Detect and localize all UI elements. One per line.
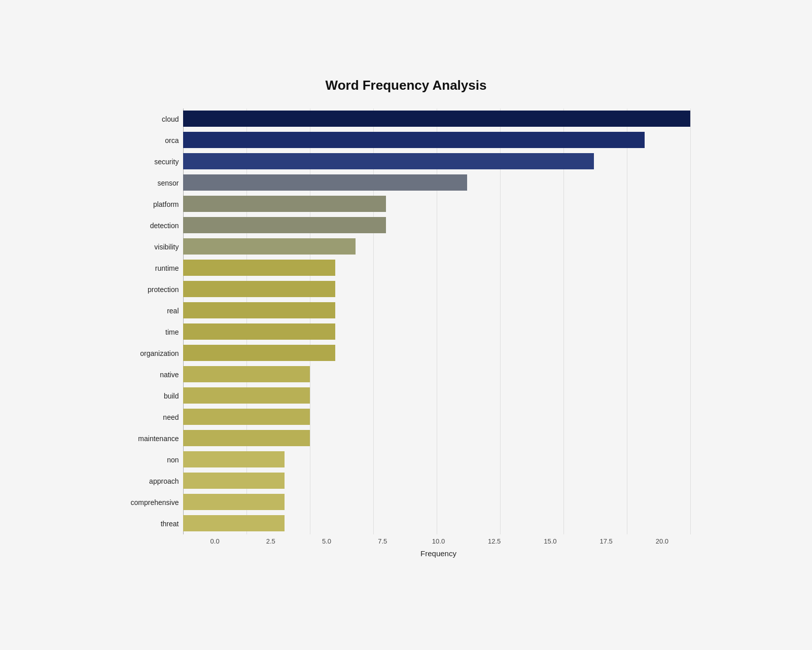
y-axis-label: security [122, 152, 179, 172]
bar-row [183, 215, 690, 235]
x-tick: 2.5 [243, 537, 299, 545]
bar-row [183, 258, 690, 278]
bar-build [183, 387, 310, 404]
y-axis-label: non [122, 450, 179, 470]
bar-protection [183, 281, 335, 297]
bar-row [183, 428, 690, 448]
y-axis-label: runtime [122, 258, 179, 278]
y-axis-label: platform [122, 194, 179, 214]
bar-maintenance [183, 430, 310, 446]
y-axis-label: sensor [122, 173, 179, 193]
x-axis-label: Frequency [187, 549, 690, 558]
bar-row [183, 364, 690, 384]
bar-row [183, 172, 690, 193]
bar-security [183, 153, 594, 169]
y-axis-label: threat [122, 514, 179, 534]
y-axis-label: native [122, 365, 179, 385]
y-axis-labels: cloudorcasecuritysensorplatformdetection… [122, 109, 183, 534]
x-axis-container: 0.02.55.07.510.012.515.017.520.0 Frequen… [187, 537, 690, 558]
bar-cloud [183, 111, 690, 127]
bar-need [183, 409, 310, 425]
grid-line [690, 109, 691, 534]
bar-approach [183, 473, 285, 489]
bar-row [183, 321, 690, 342]
y-axis-label: comprehensive [122, 492, 179, 513]
x-tick: 20.0 [634, 537, 690, 545]
bar-row [183, 130, 690, 150]
y-axis-label: organization [122, 343, 179, 364]
bar-time [183, 323, 335, 340]
y-axis-label: build [122, 386, 179, 406]
bars-wrapper [183, 109, 690, 534]
bar-row [183, 492, 690, 512]
bar-native [183, 366, 310, 382]
y-axis-label: maintenance [122, 428, 179, 449]
bar-comprehensive [183, 494, 285, 510]
x-tick: 0.0 [187, 537, 243, 545]
x-tick: 10.0 [410, 537, 466, 545]
bar-row [183, 471, 690, 491]
x-tick: 15.0 [522, 537, 578, 545]
bar-non [183, 451, 285, 467]
bar-row [183, 109, 690, 129]
bar-organization [183, 345, 335, 361]
bar-row [183, 407, 690, 427]
bar-row [183, 279, 690, 299]
bar-runtime [183, 260, 335, 276]
bar-row [183, 385, 690, 406]
bar-real [183, 302, 335, 318]
bar-visibility [183, 238, 356, 255]
chart-title: Word Frequency Analysis [122, 78, 690, 93]
bar-row [183, 194, 690, 214]
y-axis-label: detection [122, 215, 179, 236]
y-axis-label: cloud [122, 109, 179, 129]
y-axis-label: visibility [122, 237, 179, 257]
bar-row [183, 151, 690, 171]
bar-threat [183, 515, 285, 531]
x-tick: 17.5 [578, 537, 634, 545]
bar-sensor [183, 174, 467, 191]
x-tick: 7.5 [355, 537, 410, 545]
bar-detection [183, 217, 386, 233]
bar-row [183, 449, 690, 470]
x-tick: 5.0 [299, 537, 355, 545]
y-axis-label: approach [122, 471, 179, 491]
x-axis: 0.02.55.07.510.012.515.017.520.0 [187, 537, 690, 545]
y-axis-label: orca [122, 130, 179, 151]
x-tick: 12.5 [467, 537, 522, 545]
chart-area: cloudorcasecuritysensorplatformdetection… [122, 109, 690, 534]
y-axis-label: time [122, 322, 179, 342]
bar-row [183, 300, 690, 320]
y-axis-label: need [122, 407, 179, 427]
bar-row [183, 236, 690, 257]
bar-orca [183, 132, 645, 148]
bar-platform [183, 196, 386, 212]
bar-row [183, 513, 690, 533]
y-axis-label: real [122, 301, 179, 321]
chart-container: Word Frequency Analysis cloudorcasecurit… [102, 62, 711, 588]
y-axis-label: protection [122, 279, 179, 300]
bar-row [183, 343, 690, 363]
